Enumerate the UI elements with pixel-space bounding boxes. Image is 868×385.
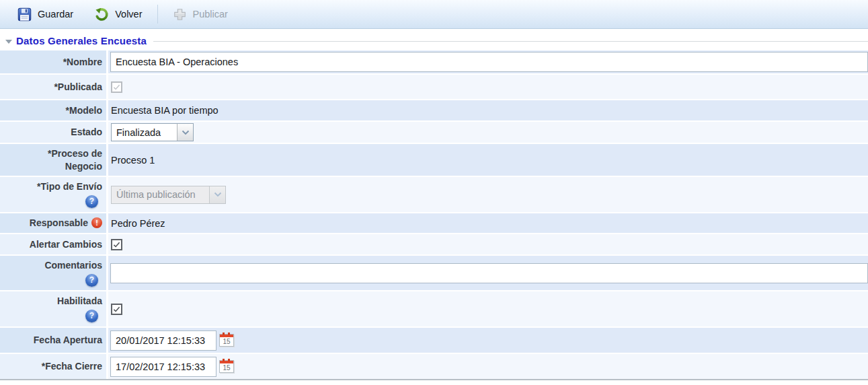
chevron-down-icon[interactable] <box>177 124 193 141</box>
row-estado: Estado Finalizada <box>0 122 868 143</box>
tipo-envio-select: Última publicación <box>111 186 226 204</box>
publicada-checkbox <box>111 81 122 93</box>
help-icon[interactable]: ? <box>85 195 98 208</box>
fecha-cierre-label: *Fecha Cierre <box>42 360 102 373</box>
help-icon[interactable]: ? <box>85 310 98 322</box>
row-nombre: *Nombre <box>0 50 868 73</box>
estado-label: Estado <box>71 126 102 139</box>
toolbar-separator <box>157 5 158 24</box>
habilitada-label: Habilitada <box>57 295 102 308</box>
fecha-cierre-input[interactable] <box>110 357 216 377</box>
section-divider <box>153 41 868 42</box>
modelo-label: *Modelo <box>66 104 102 117</box>
chevron-down-icon <box>209 186 225 203</box>
habilitada-checkbox[interactable] <box>111 304 122 315</box>
alertar-cambios-label: Alertar Cambios <box>30 238 102 251</box>
estado-select[interactable]: Finalizada <box>111 123 194 141</box>
tipo-envio-select-value: Última publicación <box>112 186 209 203</box>
row-alertar-cambios: Alertar Cambios <box>0 234 868 254</box>
collapse-triangle-icon[interactable] <box>5 40 12 44</box>
row-modelo: *Modelo Encuesta BIA por tiempo <box>0 100 868 120</box>
back-button-label: Volver <box>115 9 142 20</box>
error-icon: ! <box>91 217 102 228</box>
alertar-cambios-checkbox[interactable] <box>111 239 122 250</box>
row-fecha-cierre: *Fecha Cierre 15 <box>0 354 868 379</box>
row-tipo-envio: *Tipo de Envío ? Última publicación <box>0 177 868 212</box>
tipo-envio-label: *Tipo de Envío <box>37 180 102 193</box>
row-proceso-negocio: *Proceso de Negocio Proceso 1 <box>0 144 868 176</box>
section-title: Datos Generales Encuesta <box>16 35 147 46</box>
save-icon <box>17 7 32 22</box>
toolbar: Guardar Volver Publicar <box>0 0 868 29</box>
comentarios-input[interactable] <box>110 263 868 283</box>
comentarios-label: Comentarios <box>44 259 102 272</box>
calendar-icon[interactable]: 15 <box>219 334 234 347</box>
modelo-value: Encuesta BIA por tiempo <box>111 105 219 116</box>
save-button-label: Guardar <box>38 9 73 20</box>
proceso-negocio-value: Proceso 1 <box>111 155 155 166</box>
fecha-apertura-label: Fecha Apertura <box>34 334 102 347</box>
publish-button: Publicar <box>162 3 239 26</box>
fecha-apertura-input[interactable] <box>110 330 216 351</box>
responsable-value: Pedro Pérez <box>111 218 165 229</box>
section-header: Datos Generales Encuesta <box>0 29 868 49</box>
save-button[interactable]: Guardar <box>7 3 84 26</box>
back-button[interactable]: Volver <box>84 3 153 26</box>
row-responsable: Responsable ! Pedro Pérez <box>0 213 868 233</box>
help-icon[interactable]: ? <box>85 274 98 287</box>
calendar-icon[interactable]: 15 <box>219 360 234 373</box>
publish-plus-icon <box>173 7 187 22</box>
nombre-input[interactable] <box>110 52 868 72</box>
form: *Nombre *Publicada *Modelo Encuesta BIA … <box>0 50 868 380</box>
row-comentarios: Comentarios ? <box>0 256 868 290</box>
row-habilitada: Habilitada ? <box>0 291 868 326</box>
proceso-negocio-label: *Proceso de Negocio <box>19 147 102 173</box>
responsable-label: Responsable <box>30 217 88 230</box>
estado-select-value: Finalizada <box>112 124 177 141</box>
nombre-label: *Nombre <box>63 56 102 69</box>
row-fecha-apertura: Fecha Apertura 15 <box>0 328 868 353</box>
row-publicada: *Publicada <box>0 75 868 99</box>
publicada-label: *Publicada <box>54 81 102 94</box>
publish-button-label: Publicar <box>193 9 228 20</box>
back-icon <box>95 7 109 22</box>
